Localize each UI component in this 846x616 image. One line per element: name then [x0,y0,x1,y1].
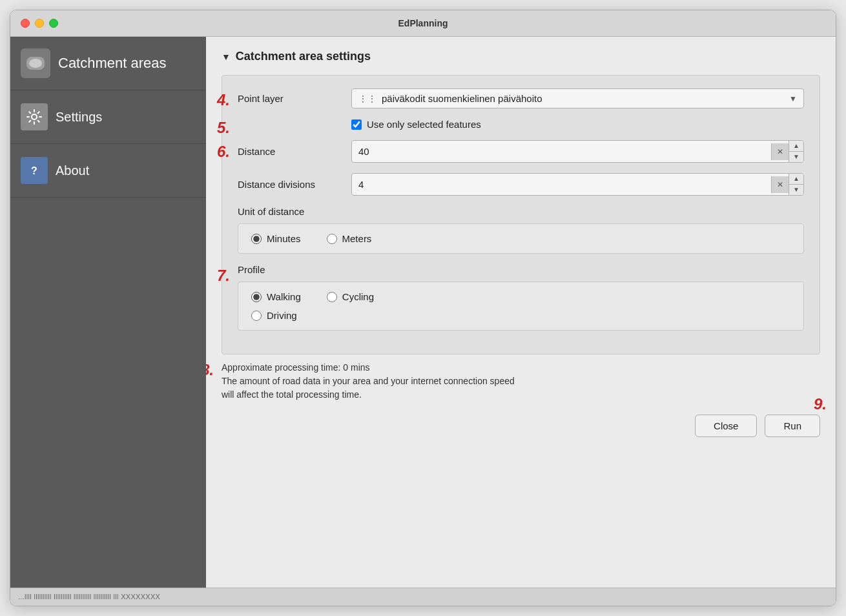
step6-annotation: 6. [217,143,230,161]
info-line3: will affect the total processing time. [222,388,820,402]
distance-label: Distance [238,146,341,157]
app-body: Catchment areas Settings ? [10,37,836,588]
step5-wrap: 5. Use only selected features [238,119,804,130]
close-window-button[interactable] [21,19,30,28]
about-icon: ? [21,157,48,184]
unit-of-distance-label: Unit of distance [238,206,804,217]
close-button[interactable]: Close [695,415,757,437]
radio-driving-item[interactable]: Driving [251,310,297,321]
sidebar-header-label: Catchment areas [58,55,167,72]
distance-input[interactable] [352,142,771,161]
radio-walking-item[interactable]: Walking [251,291,301,302]
radio-cycling-label: Cycling [342,291,374,302]
dropdown-dots-icon: ⋮⋮ [358,94,377,104]
bottom-buttons: Close 9. Run [222,415,820,437]
profile-label: Profile [238,264,804,275]
radio-walking-input[interactable] [251,292,262,302]
profile-radio-group: Walking Cycling Driving [238,282,804,331]
unit-of-distance-section: Unit of distance Minutes Meters [238,206,804,254]
distance-divisions-input-wrapper: ✕ ▲ ▼ [351,173,804,196]
sidebar-item-settings[interactable]: Settings [10,90,206,144]
distance-divisions-down-button[interactable]: ▼ [789,185,803,195]
run-wrap: 9. Run [765,415,820,437]
svg-point-1 [29,59,42,68]
section-header: ▼ Catchment area settings [222,50,820,63]
radio-minutes-label: Minutes [267,233,301,244]
statusbar: ...llll llllllllll llllllllll llllllllll… [10,588,836,606]
distance-clear-button[interactable]: ✕ [771,143,789,160]
point-layer-row: Point layer ⋮⋮ päiväkodit suomenkielinen… [238,88,804,108]
step7-annotation: 7. [217,267,230,285]
sidebar-item-about-label: About [56,163,89,178]
distance-divisions-up-button[interactable]: ▲ [789,174,803,185]
step6-wrap: 6. Distance ✕ ▲ ▼ [238,140,804,196]
use-only-selected-row: Use only selected features [351,119,804,130]
svg-text:?: ? [31,165,37,176]
distance-spinners: ▲ ▼ [789,141,803,162]
use-only-selected-label: Use only selected features [367,119,481,130]
svg-point-2 [32,114,37,119]
point-layer-label: Point layer [238,93,341,104]
step7-wrap: 7. Profile Walking Cycling [238,264,804,331]
radio-walking-label: Walking [267,291,301,302]
distance-divisions-clear-button[interactable]: ✕ [771,176,789,193]
profile-radio-row-1: Walking Cycling [251,291,790,302]
sidebar-header: Catchment areas [10,37,206,90]
statusbar-text: ...llll llllllllll llllllllll llllllllll… [18,593,160,601]
step4-wrap: 4. Point layer ⋮⋮ päiväkodit suomenkieli… [238,88,804,108]
dropdown-arrow-icon: ▼ [789,94,797,103]
sidebar: Catchment areas Settings ? [10,37,206,588]
radio-meters-label: Meters [342,233,372,244]
minimize-window-button[interactable] [35,19,44,28]
info-line1: Approximate processing time: 0 mins [222,361,820,375]
main-content: ▼ Catchment area settings 4. Point layer… [206,37,836,588]
distance-divisions-row: Distance divisions ✕ ▲ ▼ [238,173,804,196]
step8-annotation: 8. [206,361,214,379]
radio-minutes-item[interactable]: Minutes [251,233,301,244]
settings-icon [21,103,48,130]
buttons-wrap: Close 9. Run [695,415,820,437]
catchment-areas-icon [21,48,50,78]
settings-panel: 4. Point layer ⋮⋮ päiväkodit suomenkieli… [222,75,820,354]
radio-driving-input[interactable] [251,311,262,321]
step9-annotation: 9. [814,395,827,413]
section-title: Catchment area settings [236,50,371,63]
distance-divisions-input[interactable] [352,175,771,194]
info-line2: The amount of road data in your area and… [222,375,820,388]
distance-divisions-spinners: ▲ ▼ [789,174,803,195]
maximize-window-button[interactable] [49,19,58,28]
step8-wrap: 8. Approximate processing time: 0 mins T… [222,361,820,402]
run-button[interactable]: Run [765,415,820,437]
distance-up-button[interactable]: ▲ [789,141,803,152]
point-layer-select[interactable]: päiväkodit suomenkielinen päivähoito [382,93,784,104]
window-controls[interactable] [21,19,58,28]
distance-divisions-label: Distance divisions [238,179,341,190]
radio-cycling-input[interactable] [327,292,337,302]
profile-radio-row-2: Driving [251,310,790,321]
step5-annotation: 5. [217,119,230,137]
sidebar-item-settings-label: Settings [56,110,102,125]
radio-meters-item[interactable]: Meters [327,233,372,244]
point-layer-dropdown[interactable]: ⋮⋮ päiväkodit suomenkielinen päivähoito … [351,88,804,108]
distance-down-button[interactable]: ▼ [789,152,803,162]
unit-radio-group: Minutes Meters [238,223,804,254]
use-only-selected-checkbox[interactable] [351,119,362,130]
radio-meters-input[interactable] [327,234,337,244]
distance-row: Distance ✕ ▲ ▼ [238,140,804,163]
app-title: EdPlanning [398,18,448,28]
distance-input-wrapper: ✕ ▲ ▼ [351,140,804,163]
point-layer-dropdown-wrapper: ⋮⋮ päiväkodit suomenkielinen päivähoito … [351,88,804,108]
info-text: Approximate processing time: 0 mins The … [222,361,820,402]
sidebar-item-about[interactable]: ? About [10,144,206,198]
step4-annotation: 4. [217,91,230,109]
section-arrow-icon: ▼ [222,52,231,62]
titlebar: EdPlanning [10,10,836,37]
radio-minutes-input[interactable] [251,234,262,244]
radio-cycling-item[interactable]: Cycling [327,291,374,302]
unit-radio-row: Minutes Meters [251,233,790,244]
radio-driving-label: Driving [267,310,297,321]
catchment-icon-svg [24,52,47,75]
